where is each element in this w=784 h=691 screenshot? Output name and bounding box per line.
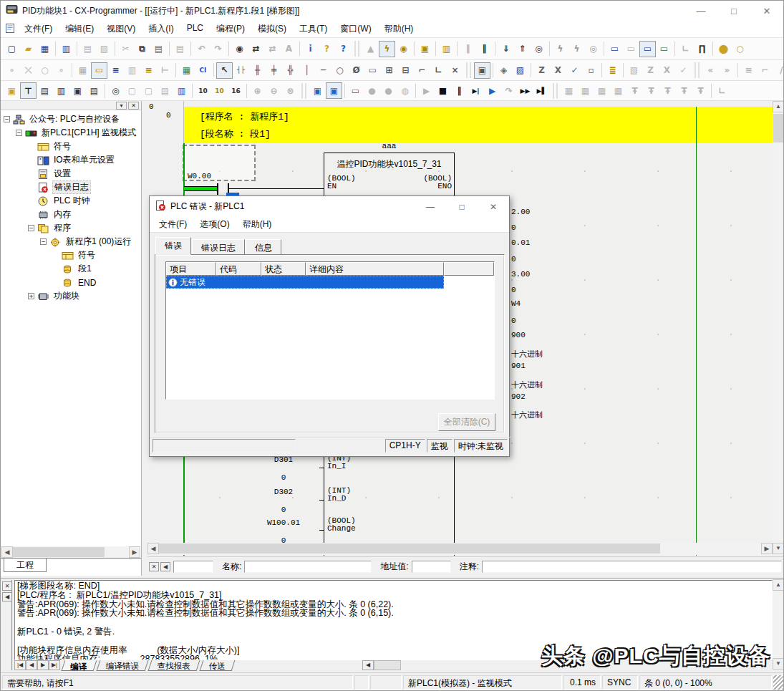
view-diagram-icon[interactable]: ▥ [58, 41, 74, 57]
menu-v[interactable]: 视图(V) [100, 21, 142, 37]
diff-clear-icon[interactable]: X [550, 62, 566, 79]
pause-monitor-all-icon[interactable]: ‖ [476, 41, 493, 57]
or-contact-no-icon[interactable]: ╪ [266, 62, 282, 79]
tree-item-fb[interactable]: +功能块 [2, 289, 140, 303]
memory-view-3-icon[interactable]: ▦ [594, 82, 610, 99]
tree-item-sec[interactable]: END [2, 276, 140, 289]
mnemonics-view-icon[interactable]: ▦ [178, 62, 195, 79]
sim-pause-icon[interactable]: ‖ [451, 82, 468, 99]
sim-step-in-icon[interactable]: ▶ [484, 82, 500, 99]
tree-item-err[interactable]: 错误日志 [2, 180, 140, 194]
project-tab[interactable]: 工程 [4, 559, 47, 572]
fb-invocation-icon[interactable]: ⊞ [381, 62, 397, 79]
force-check-icon[interactable]: ✓ [675, 62, 692, 79]
address-reference-icon[interactable]: ▤ [86, 82, 102, 99]
diff-monitor-5-icon[interactable]: Ŧ [692, 82, 709, 99]
coil-no-icon[interactable]: ○ [331, 62, 348, 79]
set-protect-icon[interactable]: ⬤ [715, 41, 732, 57]
memory-view-1-icon[interactable]: ▦ [561, 82, 577, 99]
time-chart-monitor-icon[interactable]: ∏ [694, 41, 710, 57]
scroll-right-icon[interactable]: ▶ [129, 546, 140, 558]
ladder-horizontal-scrollbar[interactable]: ◀ ▶ [147, 543, 773, 555]
retrace-icon[interactable]: ⇄ [264, 41, 281, 57]
scroll-up-icon[interactable]: ▲ [773, 101, 784, 112]
list-window-icon[interactable]: ▤ [157, 82, 173, 99]
force-cancel-icon[interactable]: ⊗ [282, 82, 299, 99]
jump-label-icon[interactable]: ⌐ [414, 62, 430, 79]
dialog-menu-h[interactable]: 帮助(H) [236, 216, 279, 233]
zoom-cut-icon[interactable]: ⤫ [20, 62, 37, 79]
resize-grip[interactable] [773, 675, 783, 690]
zoom-out-icon[interactable]: ∘ [53, 62, 69, 79]
plc-errors-icon[interactable]: ▭ [347, 82, 364, 99]
error-table-row[interactable]: 无错误 [166, 276, 444, 289]
about-icon[interactable]: i [302, 41, 319, 57]
step-condition-icon[interactable]: ∟ [677, 41, 694, 57]
compile-pvt-icon[interactable]: ▲ [362, 41, 379, 57]
align-rungs-icon[interactable]: ≡ [740, 62, 757, 79]
ladder-vscroll-thumb[interactable] [773, 114, 783, 142]
dialog-title-bar[interactable]: PLC 错误 - 新PLC1 — □ ✕ [150, 196, 509, 217]
dialog-menu-f[interactable]: 文件(F) [153, 216, 193, 233]
collapse-icon[interactable]: − [28, 225, 34, 231]
help-icon[interactable]: ? [319, 41, 335, 57]
redo-icon[interactable]: ↷ [210, 41, 226, 57]
sort-icon[interactable]: A [281, 41, 297, 57]
tree-horizontal-scrollbar[interactable]: ◀ ▶ [1, 546, 140, 558]
compile-program-icon[interactable]: ⊤ [20, 82, 37, 99]
transfer-warning-icon[interactable]: ▥ [438, 41, 455, 57]
zoom-in-icon[interactable]: ○ [37, 62, 53, 79]
scroll-right-icon[interactable]: ▶ [761, 543, 773, 554]
link-line-icon[interactable]: ⌐ [757, 62, 773, 79]
monitor-signed-decimal-icon[interactable]: 10 [211, 82, 228, 99]
paste-icon[interactable]: ▤ [150, 41, 167, 57]
indent-left-icon[interactable]: « [702, 62, 719, 79]
force-z-icon[interactable]: Z [642, 62, 659, 79]
table-column-header[interactable]: 代码 [216, 262, 261, 276]
dialog-menu-o[interactable]: 选项(O) [193, 216, 236, 233]
find-warning-icon[interactable]: ◉ [395, 41, 412, 57]
menu-p[interactable]: 编程(P) [210, 21, 251, 37]
pause-simulation-icon[interactable]: ● [364, 82, 380, 99]
release-protect-icon[interactable]: ○ [732, 41, 748, 57]
pause-nc-icon[interactable]: ‖ [460, 41, 476, 57]
vertical-line-icon[interactable]: │ [299, 62, 315, 79]
monitor-decimal-icon[interactable]: 10 [195, 82, 211, 99]
select-mode-icon[interactable]: ↖ [216, 62, 233, 79]
online-edit-search-icon[interactable]: ◎ [585, 41, 601, 57]
monitor-run-icon[interactable]: ▭ [639, 41, 656, 57]
clear-all-button[interactable]: 全部清除(C) [438, 413, 495, 431]
sim-step-next-icon[interactable]: ▶| [468, 82, 484, 99]
replace-icon[interactable]: ⇄ [248, 41, 264, 57]
coil-nc-icon[interactable]: Ø [348, 62, 364, 79]
diff-set-icon[interactable]: Z [533, 62, 550, 79]
force-nc-icon[interactable]: ▧ [626, 62, 642, 79]
menu-t[interactable]: 工具(T) [293, 21, 334, 37]
output-tab[interactable]: 编译 [62, 660, 97, 671]
scroll-left-icon[interactable]: ◀ [147, 543, 159, 554]
tree-panel-close-button[interactable]: ✕ [128, 102, 139, 110]
diff-monitor-4-icon[interactable]: Ŧ [676, 82, 692, 99]
new-file-icon[interactable]: ▢ [4, 41, 20, 57]
cross-reference-icon[interactable]: ▥ [53, 82, 69, 99]
undo-icon[interactable]: ↶ [193, 41, 210, 57]
sim-fast-forward-icon[interactable]: ▶▶ [517, 82, 533, 99]
fb-instance-list-icon[interactable]: ≣ [604, 62, 621, 79]
or-contact-nc-icon[interactable]: ╬ [282, 62, 299, 79]
info-bar-close-icon[interactable]: ✕ [149, 562, 159, 571]
expand-icon[interactable]: + [28, 293, 34, 299]
tree-item-net[interactable]: −公众号: PLC与自控设备 [2, 112, 140, 126]
collapse-icon[interactable]: − [40, 238, 47, 245]
contact-nc-icon[interactable]: ╫ [249, 62, 266, 79]
send-changes-icon[interactable]: ϟ [568, 41, 585, 57]
open-project-icon[interactable]: ▰ [20, 41, 37, 57]
ladder-vertical-scrollbar[interactable]: ▲ ▼ [773, 101, 784, 555]
cut-icon[interactable]: ✂ [117, 41, 134, 57]
address-field[interactable] [412, 561, 451, 573]
ci-window-icon[interactable]: CI [195, 62, 211, 79]
print-icon[interactable]: ▤ [79, 41, 96, 57]
ladder-scroll-thumb[interactable] [159, 543, 660, 554]
table-column-header[interactable]: 项目 [166, 262, 216, 276]
layers-icon[interactable]: ◈ [495, 62, 512, 79]
scroll-left-icon[interactable]: ◀ [1, 546, 13, 558]
